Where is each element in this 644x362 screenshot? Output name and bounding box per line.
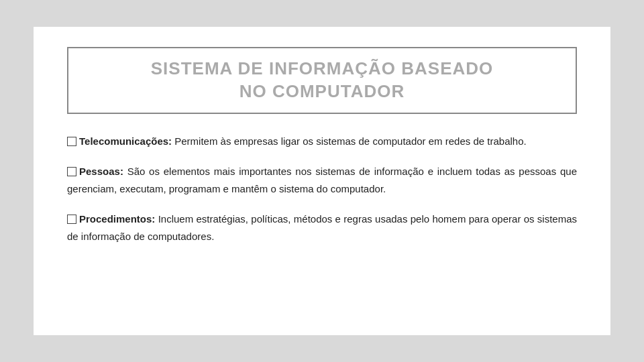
section-pessoas: Pessoas: São os elementos mais important…	[67, 163, 577, 197]
label-pessoas: Pessoas:	[79, 166, 123, 177]
label-procedimentos: Procedimentos:	[79, 213, 155, 225]
text-pessoas: São os elementos mais importantes nos si…	[67, 166, 577, 194]
title-box: SISTEMA DE INFORMAÇÃO BASEADO NO COMPUTA…	[67, 47, 577, 114]
checkbox-icon-telecomunicacoes	[67, 137, 76, 146]
checkbox-icon-pessoas	[67, 167, 76, 176]
label-telecomunicacoes: Telecomunicações:	[79, 135, 172, 147]
slide-title: SISTEMA DE INFORMAÇÃO BASEADO NO COMPUTA…	[82, 58, 562, 103]
section-procedimentos: Procedimentos: Incluem estratégias, polí…	[67, 210, 577, 245]
title-line1: SISTEMA DE INFORMAÇÃO BASEADO	[151, 58, 494, 78]
title-line2: NO COMPUTADOR	[239, 81, 405, 101]
checkbox-icon-procedimentos	[67, 215, 76, 224]
section-telecomunicacoes: Telecomunicações: Permitem às empresas l…	[67, 133, 577, 150]
slide-container: SISTEMA DE INFORMAÇÃO BASEADO NO COMPUTA…	[34, 27, 610, 335]
text-telecomunicacoes: Permitem às empresas ligar os sistemas d…	[172, 135, 527, 147]
